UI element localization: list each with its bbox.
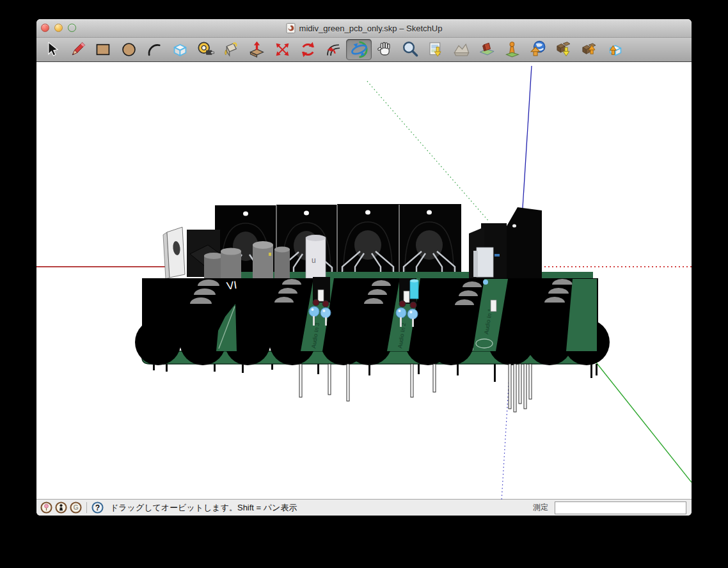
move-icon [273, 40, 292, 59]
push-pull-icon [248, 40, 266, 59]
toggle-terrain-tool[interactable] [448, 39, 474, 60]
circle-tool[interactable] [116, 39, 141, 60]
zoom-icon [401, 40, 420, 59]
get-models-icon [555, 40, 573, 59]
rotate-icon [299, 40, 317, 59]
zoom-tool[interactable] [397, 39, 423, 60]
arc-tool[interactable] [141, 39, 167, 60]
capacitor-marking: u [312, 256, 316, 265]
zoom-button[interactable] [68, 24, 76, 32]
make-component-icon [171, 40, 189, 59]
move-tool[interactable] [269, 39, 295, 60]
paint-bucket-icon [222, 40, 241, 59]
get-current-view-icon [427, 40, 445, 59]
right-components [469, 207, 542, 280]
tape-measure-tool[interactable] [193, 39, 218, 60]
help-icon[interactable]: ? [91, 501, 104, 514]
measure-input[interactable] [555, 501, 686, 514]
toggle-terrain-icon [452, 40, 471, 59]
model-viewport: u [36, 62, 692, 501]
document-icon [286, 23, 296, 33]
green-axis-dotted [367, 81, 489, 222]
component-marking: VI [226, 279, 238, 292]
tape-measure-icon [196, 40, 215, 59]
midi-connector-panels [215, 204, 461, 278]
rotate-tool[interactable] [295, 39, 320, 60]
audio-jack-row [135, 278, 610, 365]
share-model-tool[interactable] [576, 39, 602, 60]
window-title: midiv_green_pcb_only.skp – SketchUp [299, 24, 443, 33]
toolbar [36, 38, 692, 62]
board-pins [153, 364, 597, 412]
drawing-canvas[interactable]: u [36, 62, 692, 499]
circle-icon [120, 40, 138, 59]
offset-icon [324, 40, 343, 59]
status-hint: ドラッグしてオービットします。Shift = パン表示 [110, 502, 297, 514]
select-icon [43, 40, 61, 59]
measure-label: 測定 [533, 502, 548, 513]
select-tool[interactable] [39, 39, 65, 60]
paint-bucket-tool[interactable] [218, 39, 244, 60]
blue-axis-dotted [502, 375, 509, 501]
svg-text:?: ? [95, 503, 100, 512]
push-pull-tool[interactable] [244, 39, 269, 60]
google-earth-icon [529, 40, 548, 59]
rectangle-tool[interactable] [90, 39, 116, 60]
geolocation-icon[interactable] [40, 501, 52, 514]
share-model-icon [580, 40, 599, 59]
photo-textures-icon [478, 40, 496, 59]
line-icon [68, 40, 87, 59]
green-axis [592, 357, 692, 482]
minimize-button[interactable] [54, 24, 63, 32]
pan-icon [376, 40, 394, 59]
share-component-tool[interactable] [602, 39, 628, 60]
status-divider [86, 502, 87, 513]
arc-icon [145, 40, 164, 59]
titlebar[interactable]: midiv_green_pcb_only.skp – SketchUp [36, 19, 692, 38]
place-model-tool[interactable] [500, 39, 525, 60]
get-models-tool[interactable] [551, 39, 576, 60]
svg-text:G: G [73, 503, 78, 511]
rectangle-icon [94, 40, 113, 59]
statusbar: G ? ドラッグしてオービットします。Shift = パン表示 測定 [36, 499, 692, 516]
google-icon[interactable]: G [70, 501, 82, 514]
place-model-icon [503, 40, 522, 59]
blue-axis [523, 66, 532, 208]
sketchup-window: midiv_green_pcb_only.skp – SketchUp [36, 19, 692, 516]
get-current-view-tool[interactable] [423, 39, 448, 60]
google-earth-tool[interactable] [525, 39, 551, 60]
orbit-icon [350, 40, 368, 59]
credit-icon[interactable] [55, 501, 67, 514]
pcb-model: u [135, 204, 610, 412]
close-button[interactable] [41, 24, 49, 32]
photo-textures-tool[interactable] [474, 39, 500, 60]
window-controls [41, 24, 76, 32]
share-component-icon [606, 40, 624, 59]
make-component-tool[interactable] [167, 39, 193, 60]
pan-tool[interactable] [372, 39, 397, 60]
line-tool[interactable] [65, 39, 90, 60]
orbit-tool[interactable] [346, 39, 372, 60]
offset-tool[interactable] [320, 39, 346, 60]
